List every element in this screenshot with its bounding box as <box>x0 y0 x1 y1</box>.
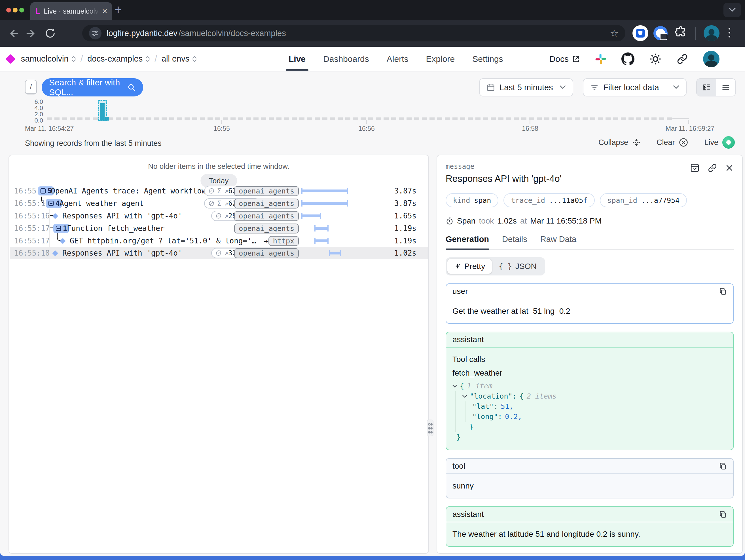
time-range-dropdown[interactable]: Last 5 minutes <box>479 78 573 96</box>
span-row[interactable]: 16:55:16 4 Agent weather agent Σ ↗625 ↙4… <box>10 197 428 210</box>
env-name: all envs <box>162 54 189 64</box>
scope-tag: httpx <box>268 236 299 246</box>
minus-square-icon <box>48 200 54 206</box>
tab-search-button[interactable] <box>723 3 741 17</box>
share-link-icon[interactable] <box>676 53 688 65</box>
x-tick: Mar 11. 16:59:27 <box>658 125 714 132</box>
detail-tabs: Generation Details Raw Data <box>446 235 734 250</box>
live-label: Live <box>704 138 718 147</box>
browser-menu-icon[interactable] <box>728 28 730 37</box>
mac-close-button[interactable] <box>6 8 11 12</box>
browser-tab[interactable]: L Live · samuelcolvin/docs-exa × <box>30 2 112 20</box>
live-toggle[interactable]: Live <box>704 136 735 149</box>
bitwarden-extension-icon[interactable] <box>633 25 648 41</box>
copy-link-icon[interactable] <box>708 163 717 173</box>
github-icon[interactable] <box>621 53 635 65</box>
back-button[interactable] <box>7 27 19 40</box>
org-selector[interactable]: samuelcolvin <box>21 54 76 64</box>
histogram-bar[interactable] <box>105 117 109 121</box>
project-selector[interactable]: docs-examples <box>87 54 150 64</box>
json-toggle-button[interactable]: { } JSON <box>492 259 544 274</box>
span-duration: 1.02s <box>394 247 416 259</box>
tab-dashboards[interactable]: Dashboards <box>323 47 369 71</box>
histogram-bar[interactable] <box>100 103 105 121</box>
span-duration: 1.65s <box>394 210 416 222</box>
tab-live[interactable]: Live <box>289 47 305 71</box>
search-input[interactable]: Search & filter with SQL... <box>42 78 143 96</box>
clear-button[interactable]: Clear <box>656 137 689 147</box>
message-text: Get the weather at lat=51 lng=0.2 <box>446 299 733 323</box>
pretty-toggle-button[interactable]: Pretty <box>447 259 492 274</box>
reload-button[interactable] <box>44 27 57 40</box>
token-coin-icon <box>208 188 214 194</box>
clear-circle-x-icon <box>679 137 688 147</box>
sum-icon: Σ <box>217 199 221 207</box>
message-card-tool: tool sunny <box>446 458 734 498</box>
span-id-pill[interactable]: span_id ...a77954 <box>600 193 687 207</box>
mac-zoom-button[interactable] <box>19 8 24 12</box>
filter-local-data-dropdown[interactable]: Filter local data <box>583 78 687 96</box>
user-avatar[interactable] <box>703 51 719 67</box>
span-label: Function fetch_weather <box>67 222 164 235</box>
tab-details[interactable]: Details <box>502 235 527 249</box>
new-tab-button[interactable]: + <box>115 3 122 16</box>
tree-view-button[interactable] <box>697 79 716 96</box>
app-header: samuelcolvin / docs-examples / all envs … <box>0 47 745 71</box>
mac-minimize-button[interactable] <box>13 8 18 12</box>
message-card-user: user Get the weather at lat=51 lng=0.2 <box>446 283 734 324</box>
env-selector[interactable]: all envs <box>162 54 197 64</box>
span-row-selected[interactable]: 16:55:18 Responses API with 'gpt-4o' ↗32… <box>10 247 428 259</box>
browser-profile-avatar[interactable] <box>704 25 719 41</box>
span-row[interactable]: 16:55:17 1 Function fetch_weather openai… <box>10 222 428 235</box>
list-view-button[interactable] <box>716 79 735 96</box>
span-row[interactable]: 16:55:16 Responses API with 'gpt-4o' ↗29… <box>10 210 428 222</box>
collapse-button[interactable]: Collapse <box>598 138 641 147</box>
docs-link[interactable]: Docs <box>549 54 580 64</box>
tab-explore[interactable]: Explore <box>426 47 455 71</box>
tab-raw-data[interactable]: Raw Data <box>540 235 576 249</box>
bookmark-star-icon[interactable]: ☆ <box>610 28 619 39</box>
span-row[interactable]: 16:55:17 GET httpbin.org/get ? lat='51.0… <box>10 235 428 247</box>
tab-settings[interactable]: Settings <box>472 47 503 71</box>
extensions-puzzle-icon[interactable] <box>674 26 687 39</box>
filter-icon <box>590 83 599 92</box>
json-open-brace: { <box>460 381 464 391</box>
timing-at-word: at <box>520 216 527 225</box>
calendar-icon <box>486 83 495 92</box>
url-bar[interactable]: logfire.pydantic.dev/samuelcolvin/docs-e… <box>82 25 625 41</box>
json-key: "long": <box>472 412 502 422</box>
onepassword-extension-icon[interactable] <box>653 26 668 40</box>
braces-icon: { } <box>499 262 512 271</box>
span-row[interactable]: 16:55:16 5 OpenAI Agents trace: Agent wo… <box>10 185 428 197</box>
message-card-assistant-toolcall: assistant Tool calls fetch_weather { 1 i… <box>446 332 734 450</box>
live-view-workspace: / Search & filter with SQL... Last 5 min… <box>0 71 745 556</box>
view-in-context-icon[interactable] <box>690 163 700 173</box>
close-icon[interactable] <box>725 164 734 172</box>
http-request-label: GET httpbin.org/get ? lat='51.0' & long=… <box>70 235 256 247</box>
live-status-icon <box>722 136 735 149</box>
tree-view-icon <box>702 83 711 92</box>
tokens-up-icon: ↗ <box>224 187 228 195</box>
expander-chevron-icon[interactable] <box>452 385 457 388</box>
copy-icon[interactable] <box>719 287 727 295</box>
duration-bar <box>301 202 348 205</box>
panel-resize-handle[interactable] <box>427 419 433 436</box>
copy-icon[interactable] <box>719 462 727 470</box>
slack-icon[interactable] <box>595 53 607 65</box>
tab-alerts[interactable]: Alerts <box>387 47 409 71</box>
span-duration: 1.19s <box>394 222 416 235</box>
expander-chevron-icon[interactable] <box>462 395 467 398</box>
span-duration: 3.87s <box>394 185 416 197</box>
theme-toggle-sun-icon[interactable] <box>649 53 662 65</box>
site-info-icon[interactable] <box>89 27 101 39</box>
forward-button[interactable] <box>26 27 38 40</box>
tab-close-icon[interactable]: × <box>102 6 107 15</box>
copy-icon[interactable] <box>719 510 727 518</box>
kind-pill[interactable]: kind span <box>446 193 498 207</box>
tab-generation[interactable]: Generation <box>446 235 489 250</box>
trace-id-pill[interactable]: trace_id ...11a05f <box>504 193 595 207</box>
tokens-up-icon: ↗ <box>224 212 228 220</box>
duration-bar-slot <box>297 185 354 197</box>
json-value: 51, <box>500 401 513 412</box>
span-timestamp: 16:55:16 <box>14 197 50 210</box>
